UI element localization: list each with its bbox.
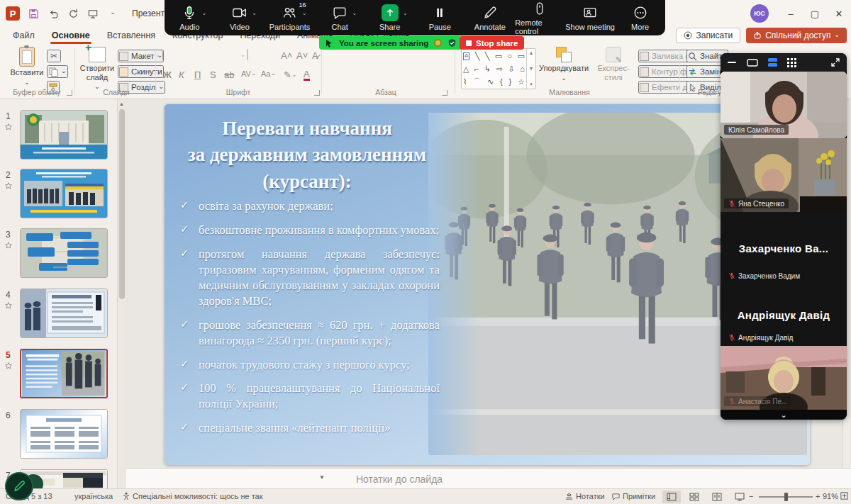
undo-icon[interactable] [47, 7, 60, 20]
fit-to-window-button[interactable] [840, 491, 849, 502]
chevron-down-icon[interactable]: ⌄ [352, 10, 357, 16]
textbox-shape-icon[interactable]: А [463, 52, 469, 60]
slide-bullet-list[interactable]: ✓освіта за рахунок держави;✓безкоштовне … [180, 198, 440, 444]
callout-shape-icon[interactable]: ⌂ [520, 65, 525, 73]
panel-minimize-icon[interactable] [728, 61, 738, 64]
reset-button[interactable]: Скинути [118, 65, 164, 78]
down-arrow-shape-icon[interactable]: ⇩ [508, 65, 515, 73]
shapes-gallery[interactable]: А╲╲▭○▭ △⌐↳⇨⇩⌂ ⌇⌒∿{}☆ ▲▼▾ [461, 48, 536, 89]
change-case-button[interactable]: Aa [261, 69, 276, 78]
record-button[interactable]: Записати [676, 28, 740, 43]
meeting-video-button[interactable]: ⌄Video [215, 0, 265, 35]
minimize-button[interactable]: – [779, 3, 803, 24]
rectangle-shape-icon[interactable]: ▭ [495, 52, 502, 60]
stop-share-button[interactable]: Stop share [460, 36, 524, 50]
text-highlight-button[interactable]: ✎ [284, 69, 296, 80]
scrollbar-thumb[interactable] [119, 109, 125, 299]
underline-button[interactable]: П [194, 69, 201, 80]
slide-thumbnail[interactable] [20, 110, 108, 159]
slide-thumbnail[interactable] [20, 289, 108, 338]
meeting-more-button[interactable]: More [615, 0, 665, 35]
start-slideshow-icon[interactable] [87, 7, 99, 20]
zoom-slider-thumb[interactable] [784, 493, 788, 501]
shrink-font-button[interactable]: A˅ [296, 50, 308, 61]
arrange-button[interactable]: Упорядкувати [540, 47, 587, 92]
accessibility-status[interactable]: Спеціальні можливості: щось не так [122, 492, 263, 500]
paste-button[interactable]: Вставити [10, 47, 44, 92]
cut-button[interactable]: ✂ [47, 50, 61, 62]
text-shadow-button[interactable]: S [210, 69, 216, 80]
scribble-shape-icon[interactable]: ⌇ [463, 78, 467, 86]
redo-icon[interactable] [67, 7, 79, 20]
zoom-in-button[interactable]: + [816, 492, 820, 500]
notes-splitter-icon[interactable]: ▼ [319, 474, 325, 481]
quick-styles-button[interactable]: Експрес-стилі [593, 47, 634, 92]
notes-placeholder[interactable]: Нотатки до слайда [356, 474, 443, 485]
rounded-rectangle-shape-icon[interactable]: ▭ [518, 52, 525, 60]
share-access-button[interactable]: Спільний доступ [746, 28, 847, 43]
chevron-down-icon[interactable]: ⌄ [202, 10, 207, 16]
save-icon[interactable] [27, 7, 40, 20]
notes-toggle-button[interactable]: Нотатки [564, 492, 605, 500]
zoom-slider[interactable] [759, 496, 813, 498]
copy-button[interactable] [47, 65, 68, 78]
meeting-pause-button[interactable]: Pause [415, 0, 465, 35]
meeting-remote-control-button[interactable]: Remote control [515, 0, 565, 35]
annotation-fab-button[interactable] [5, 472, 33, 500]
slide-thumbnail[interactable] [20, 409, 108, 459]
speaker-view-icon[interactable] [747, 59, 758, 67]
maximize-button[interactable]: ▢ [803, 3, 827, 24]
italic-button[interactable]: К [179, 69, 184, 80]
arc-shape-icon[interactable]: ⌒ [473, 78, 481, 86]
grow-font-button[interactable]: A˄ [281, 50, 292, 61]
qat-customize-chevron-icon[interactable] [106, 7, 119, 20]
gallery-strip-view-icon[interactable] [767, 58, 778, 67]
oval-shape-icon[interactable]: ○ [508, 52, 513, 60]
font-name-combo[interactable] [162, 49, 163, 60]
chevron-down-icon[interactable]: ⌄ [252, 10, 257, 16]
slideshow-view-button[interactable] [730, 491, 749, 503]
zoom-level[interactable]: 91% [823, 492, 838, 500]
language-status[interactable]: українська [74, 492, 113, 500]
triangle-shape-icon[interactable]: △ [463, 65, 469, 73]
paragraph-dialog-launcher-icon[interactable] [442, 90, 447, 96]
strikethrough-button[interactable]: ab [224, 69, 234, 80]
zoom-out-button[interactable]: − [749, 492, 753, 500]
right-arrow-shape-icon[interactable]: ⇨ [496, 65, 503, 73]
reading-view-button[interactable] [708, 491, 726, 503]
scroll-up-icon[interactable]: ▲ [119, 101, 124, 106]
participant-video-tile[interactable]: Анастасія Пе... [721, 346, 847, 410]
right-brace-shape-icon[interactable]: } [509, 78, 512, 86]
chevron-down-icon[interactable]: ⌄ [302, 10, 307, 16]
meeting-audio-button[interactable]: ⌄Audio [165, 0, 215, 35]
notes-pane[interactable]: ▼ Нотатки до слайда [126, 468, 851, 488]
star-shape-icon[interactable]: ☆ [518, 78, 525, 86]
panel-collapse-chevron-icon[interactable]: ⌄ [721, 410, 847, 420]
slide-title[interactable]: Переваги навчанняза державним замовлення… [170, 116, 444, 195]
participant-name-tile[interactable]: Захарченко Ва...Захарченко Вадим [721, 212, 847, 284]
new-slide-button[interactable]: Створити слайд [79, 47, 115, 92]
participant-video-tile[interactable]: Юлія Самойлова [721, 72, 847, 138]
curved-connector-icon[interactable]: ↳ [484, 65, 491, 73]
tab-file[interactable]: Файл [4, 27, 43, 44]
current-slide-canvas[interactable]: Переваги навчанняза державним замовлення… [165, 104, 810, 465]
slide-sorter-view-button[interactable] [685, 491, 703, 503]
arrow-line-shape-icon[interactable]: ╲ [485, 52, 490, 60]
slide-thumbnail[interactable] [20, 169, 108, 218]
character-spacing-button[interactable]: AV [241, 69, 256, 78]
line-shape-icon[interactable]: ╲ [475, 52, 480, 60]
meeting-annotate-button[interactable]: Annotate [465, 0, 516, 35]
clear-formatting-button[interactable]: A̷ [312, 50, 318, 61]
font-dialog-launcher-icon[interactable] [314, 90, 320, 96]
meeting-show-meeting-button[interactable]: Show meeting [565, 0, 616, 35]
participant-video-tile[interactable]: Яна Стеценко [721, 138, 847, 212]
chevron-down-icon[interactable]: ⌄ [403, 10, 408, 16]
normal-view-button[interactable] [662, 491, 681, 503]
slide-thumbnail[interactable] [20, 228, 108, 278]
tab-ribbon-2[interactable]: Вставлення [99, 27, 164, 44]
comments-toggle-button[interactable]: Примітки [611, 492, 655, 500]
font-size-combo[interactable] [247, 49, 248, 60]
slide-thumbnail[interactable] [20, 349, 108, 398]
thumbnail-scrollbar[interactable]: ▲ [117, 99, 126, 489]
curve-shape-icon[interactable]: ∿ [487, 78, 494, 86]
